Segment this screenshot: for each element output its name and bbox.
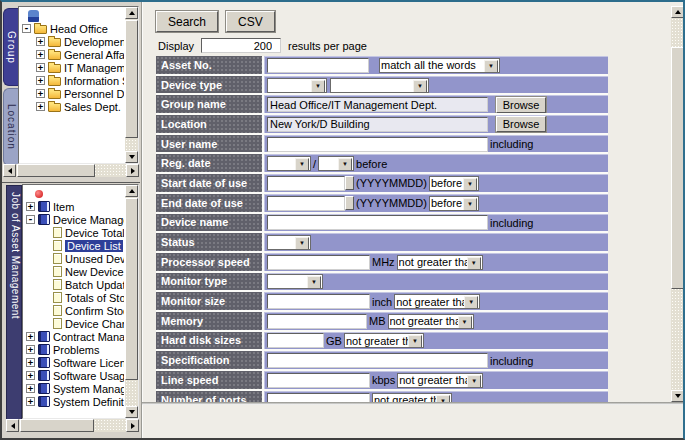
scroll-up-button[interactable] — [125, 185, 138, 197]
scroll-right-button[interactable] — [126, 164, 139, 177]
scroll-down-button[interactable] — [671, 390, 684, 402]
line-speed-select[interactable]: not greater than — [398, 374, 482, 387]
nav-item-label[interactable]: Device Change Log — [65, 318, 124, 330]
scrollbar-thumb[interactable] — [17, 164, 95, 177]
location-input[interactable] — [267, 117, 488, 132]
memory-input[interactable] — [267, 314, 367, 329]
collapse-toggle-icon[interactable]: - — [26, 215, 35, 224]
scroll-up-button[interactable] — [125, 7, 138, 19]
start-date-of-use-date-picker-button[interactable] — [345, 176, 354, 190]
nav-item-label-selected[interactable]: Device List — [65, 240, 123, 252]
tree-item-label[interactable]: General Affairs Dep — [64, 49, 124, 61]
group-tree-vertical-scrollbar[interactable] — [125, 7, 138, 163]
nav-item-label[interactable]: Contract Management — [53, 331, 124, 343]
scroll-right-button[interactable] — [126, 419, 139, 432]
csv-button[interactable]: CSV — [226, 11, 275, 32]
device-type-select[interactable] — [268, 79, 326, 92]
memory-select[interactable]: not greater than — [389, 315, 473, 328]
nav-item-label[interactable]: Software License — [53, 357, 124, 369]
nav-item-label[interactable]: Device Management — [53, 214, 124, 226]
nav-item-label[interactable]: Problems — [53, 344, 99, 356]
hard-disk-sizes-input[interactable] — [267, 333, 324, 348]
nav-tree-horizontal-scrollbar[interactable] — [6, 419, 139, 432]
tree-item-label[interactable]: Information System — [64, 75, 124, 87]
tab-group[interactable]: Group — [3, 8, 19, 86]
scrollbar-track[interactable] — [19, 419, 126, 432]
scroll-down-button[interactable] — [125, 151, 138, 163]
expand-toggle-icon[interactable]: + — [26, 345, 35, 354]
user-name-input[interactable] — [267, 137, 488, 152]
nav-item-label[interactable]: New Device — [65, 266, 124, 278]
reg-date-select[interactable] — [268, 157, 310, 170]
scrollbar-track[interactable] — [671, 18, 684, 390]
scroll-left-button[interactable] — [6, 419, 19, 432]
expand-toggle-icon[interactable]: + — [36, 89, 45, 98]
nav-tree-vertical-scrollbar[interactable] — [125, 185, 138, 418]
end-date-of-use-input[interactable] — [267, 196, 345, 211]
scrollbar-track[interactable] — [125, 19, 138, 151]
end-date-of-use-date-picker-button[interactable] — [345, 196, 354, 210]
nav-item-label[interactable]: Batch Update — [65, 279, 124, 291]
tree-item-label[interactable]: Sales Dept. — [64, 101, 121, 113]
nav-item-label[interactable]: Item — [53, 201, 74, 213]
expand-toggle-icon[interactable]: + — [26, 202, 35, 211]
display-count-input[interactable] — [201, 38, 281, 53]
form-vertical-scrollbar[interactable] — [671, 6, 684, 402]
scrollbar-thumb[interactable] — [125, 198, 138, 380]
nav-item-label[interactable]: System Definition — [53, 396, 124, 408]
search-button[interactable]: Search — [156, 11, 218, 32]
group-name-input[interactable] — [267, 97, 488, 112]
scroll-left-button[interactable] — [3, 164, 16, 177]
scroll-up-button[interactable] — [671, 6, 684, 18]
start-date-of-use-select[interactable]: before — [430, 177, 478, 190]
nav-item-label[interactable]: Confirm Stocktaking — [65, 305, 124, 317]
scrollbar-thumb[interactable] — [20, 419, 94, 432]
expand-toggle-icon[interactable]: + — [26, 371, 35, 380]
status-select[interactable] — [268, 236, 310, 249]
group-name-browse-button[interactable]: Browse — [496, 97, 546, 113]
expand-toggle-icon[interactable]: + — [36, 63, 45, 72]
specification-input[interactable] — [267, 353, 488, 368]
location-browse-button[interactable]: Browse — [496, 116, 546, 132]
nav-item-label[interactable]: System Management — [53, 383, 124, 395]
line-speed-input[interactable] — [267, 373, 370, 388]
scrollbar-thumb[interactable] — [671, 47, 684, 289]
asset-no-select[interactable]: match all the words — [380, 59, 499, 72]
asset-no-input[interactable] — [267, 58, 369, 73]
hard-disk-sizes-select[interactable]: not greater than — [345, 334, 423, 347]
nav-item-label[interactable]: Totals of Stocktakin — [65, 292, 124, 304]
processor-speed-input[interactable] — [267, 255, 370, 270]
tab-location[interactable]: Location — [3, 88, 19, 166]
scrollbar-track[interactable] — [16, 164, 126, 177]
scroll-down-button[interactable] — [125, 406, 138, 418]
expand-toggle-icon[interactable]: + — [36, 102, 45, 111]
tree-item-label[interactable]: Personnel Dept. — [64, 88, 124, 100]
tree-item-label[interactable]: Development Dept. — [64, 36, 124, 48]
nav-item-label[interactable]: Unused Device List — [65, 253, 124, 265]
expand-toggle-icon[interactable]: + — [36, 37, 45, 46]
expand-toggle-icon[interactable]: + — [26, 397, 35, 406]
group-tree-horizontal-scrollbar[interactable] — [3, 164, 139, 177]
expand-toggle-icon[interactable]: + — [26, 332, 35, 341]
expand-toggle-icon[interactable]: + — [36, 76, 45, 85]
collapse-toggle-icon[interactable]: - — [22, 24, 31, 33]
nav-item-label[interactable]: Software Usage Manag — [53, 370, 124, 382]
device-name-input[interactable] — [267, 215, 488, 230]
processor-speed-select[interactable]: not greater than — [398, 256, 482, 269]
end-date-of-use-select[interactable]: before — [430, 197, 478, 210]
number-of-ports-input[interactable] — [267, 393, 370, 402]
expand-toggle-icon[interactable]: + — [26, 358, 35, 367]
monitor-size-input[interactable] — [267, 294, 370, 309]
tree-item-label[interactable]: Head Office — [50, 23, 108, 35]
scrollbar-thumb[interactable] — [125, 20, 138, 138]
reg-date-select[interactable] — [319, 157, 353, 170]
start-date-of-use-input[interactable] — [267, 176, 345, 191]
scrollbar-track[interactable] — [125, 197, 138, 406]
number-of-ports-select[interactable]: not greater than — [373, 394, 451, 402]
monitor-type-select[interactable] — [268, 275, 322, 288]
expand-toggle-icon[interactable]: + — [26, 384, 35, 393]
expand-toggle-icon[interactable]: + — [36, 50, 45, 59]
monitor-size-select[interactable]: not greater than — [395, 295, 479, 308]
device-type-select[interactable] — [331, 79, 428, 92]
tree-item-label[interactable]: IT Management Dep — [64, 62, 124, 74]
